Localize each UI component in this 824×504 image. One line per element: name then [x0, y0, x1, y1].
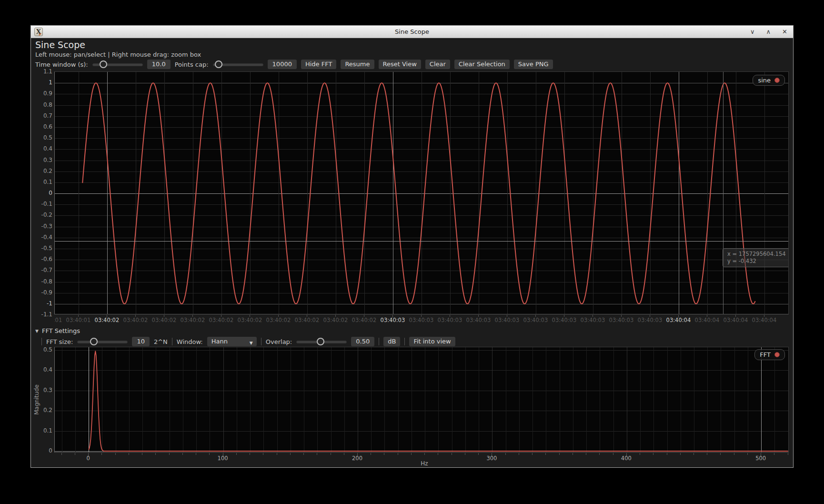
- fft-x-tick-mark: [196, 453, 196, 455]
- fft-x-tick-label: 300: [472, 455, 511, 462]
- fft-x-axis-title: Hz: [405, 460, 443, 467]
- fft-x-tick-mark: [290, 453, 291, 455]
- scope-y-tick-label: -0.2: [31, 211, 52, 219]
- fft-x-tick-mark: [411, 453, 412, 455]
- fft-x-tick-mark: [545, 453, 546, 455]
- fft-x-tick-mark: [250, 453, 250, 455]
- fft-x-tick-mark: [519, 453, 519, 455]
- scope-y-tick-label: -0.3: [31, 222, 52, 230]
- close-icon[interactable]: ✕: [782, 26, 787, 38]
- app-window: X Sine Scope ∨ ∧ ✕ Sine Scope Left mouse…: [30, 25, 794, 468]
- points-cap-slider[interactable]: [213, 60, 263, 69]
- fft-x-tick-mark: [586, 453, 586, 455]
- fit-into-view-button[interactable]: Fit into view: [409, 337, 455, 346]
- fft-window-selected: Hann: [211, 338, 228, 345]
- fft-x-tick-mark: [424, 453, 425, 455]
- slider-handle[interactable]: [100, 60, 107, 68]
- separator: [41, 338, 42, 345]
- fft-size-label: FFT size:: [46, 338, 73, 345]
- fft-x-tick-label: 100: [204, 455, 242, 462]
- scope-y-tick-label: 1: [31, 79, 52, 86]
- maximize-icon[interactable]: ∧: [766, 26, 771, 38]
- slider-handle[interactable]: [317, 338, 324, 345]
- scope-y-tick-label: 0.7: [31, 112, 52, 120]
- time-window-value[interactable]: 10.0: [147, 60, 171, 69]
- scope-y-tick-label: 0.5: [31, 134, 52, 141]
- hide-fft-button[interactable]: Hide FFT: [301, 60, 336, 69]
- scope-y-tick-label: -1.1: [31, 311, 52, 318]
- db-toggle-button[interactable]: dB: [383, 337, 400, 346]
- fft-legend-label: FFT: [760, 351, 771, 358]
- scope-y-tick-label: 0: [31, 189, 52, 197]
- time-window-label: Time window (s):: [35, 61, 88, 68]
- fft-x-tick-mark: [532, 453, 533, 455]
- fft-x-tick-mark: [236, 453, 237, 455]
- scope-y-tick-label: -0.5: [31, 244, 52, 252]
- scope-y-tick-label: 0.4: [31, 145, 52, 152]
- fft-x-tick-mark: [384, 453, 384, 455]
- fft-x-tick-mark: [465, 453, 465, 455]
- fft-x-tick-mark: [303, 453, 304, 455]
- fft-x-tick-mark: [734, 453, 734, 455]
- titlebar[interactable]: X Sine Scope ∨ ∧ ✕: [31, 26, 793, 38]
- tooltip-y-value: y = -0.432: [727, 258, 786, 265]
- fft-x-tick-mark: [599, 453, 600, 455]
- fft-y-tick-label: 0: [31, 447, 52, 454]
- fft-x-tick-mark: [317, 453, 317, 455]
- points-cap-value[interactable]: 10000: [268, 60, 297, 69]
- scope-legend[interactable]: sine: [753, 75, 785, 86]
- scope-y-tick-label: -0.4: [31, 233, 52, 241]
- scope-y-tick-label: 0.6: [31, 123, 52, 131]
- time-window-slider[interactable]: [92, 60, 143, 69]
- crosshair-vertical-line: [723, 72, 724, 314]
- fft-x-tick-mark: [438, 453, 438, 455]
- scope-y-tick-label: -0.8: [31, 278, 52, 285]
- fft-settings-header[interactable]: ▼ FFT Settings: [35, 327, 80, 334]
- mouse-hint-text: Left mouse: pan/select | Right mouse dra…: [35, 51, 201, 58]
- fft-x-tick-label: 200: [338, 455, 376, 462]
- scope-y-tick-label: 0.3: [31, 156, 52, 164]
- scope-y-tick-label: -0.9: [31, 289, 52, 296]
- scope-y-tick-label: 0.8: [31, 101, 52, 109]
- fft-x-tick-mark: [693, 453, 694, 455]
- fft-y-tick-label: 0.5: [31, 346, 52, 353]
- collapse-caret-icon[interactable]: ▼: [35, 329, 39, 333]
- scope-plot[interactable]: x = 1757295604.154 y = -0.432 sine: [54, 71, 789, 314]
- reset-view-button[interactable]: Reset View: [379, 60, 421, 69]
- clear-button[interactable]: Clear: [425, 60, 450, 69]
- fft-x-tick-mark: [155, 453, 156, 455]
- fft-window-label: Window:: [177, 338, 203, 345]
- page-title: Sine Scope: [35, 40, 85, 50]
- save-png-button[interactable]: Save PNG: [514, 60, 553, 69]
- fft-x-tick-label: 500: [742, 455, 780, 462]
- fft-x-tick-mark: [505, 453, 506, 455]
- minimize-icon[interactable]: ∨: [750, 26, 755, 38]
- slider-handle[interactable]: [90, 338, 98, 345]
- fft-size-value[interactable]: 10: [132, 337, 150, 346]
- fft-x-tick-mark: [720, 453, 721, 455]
- toolbar: Time window (s): 10.0 Points cap: 10000 …: [35, 59, 553, 70]
- fft-x-tick-mark: [653, 453, 653, 455]
- fft-overlap-slider[interactable]: [296, 338, 347, 346]
- fft-size-slider[interactable]: [77, 338, 128, 346]
- fft-x-tick-label: 400: [607, 455, 645, 462]
- fft-x-tick-label: 0: [69, 455, 107, 462]
- clear-selection-button[interactable]: Clear Selection: [454, 60, 510, 69]
- fft-x-tick-mark: [559, 453, 560, 455]
- fft-legend[interactable]: FFT: [754, 349, 785, 360]
- points-cap-label: Points cap:: [175, 61, 209, 68]
- scope-y-tick-label: 1.1: [31, 68, 52, 75]
- cursor-tooltip: x = 1757295604.154 y = -0.432: [723, 248, 789, 267]
- fft-overlap-label: Overlap:: [266, 338, 292, 345]
- fft-series-color-dot: [774, 352, 780, 357]
- resume-button[interactable]: Resume: [341, 60, 374, 69]
- scope-y-tick-label: -1: [31, 300, 52, 307]
- fft-x-tick-mark: [115, 453, 116, 455]
- scope-y-tick-label: 0.2: [31, 167, 52, 175]
- fft-x-tick-mark: [774, 453, 774, 455]
- slider-handle[interactable]: [215, 60, 222, 68]
- fft-x-tick-mark: [101, 453, 102, 455]
- fft-overlap-value[interactable]: 0.50: [351, 337, 374, 346]
- fft-plot[interactable]: FFT: [54, 347, 789, 453]
- fft-window-dropdown[interactable]: Hann ▼: [207, 337, 257, 346]
